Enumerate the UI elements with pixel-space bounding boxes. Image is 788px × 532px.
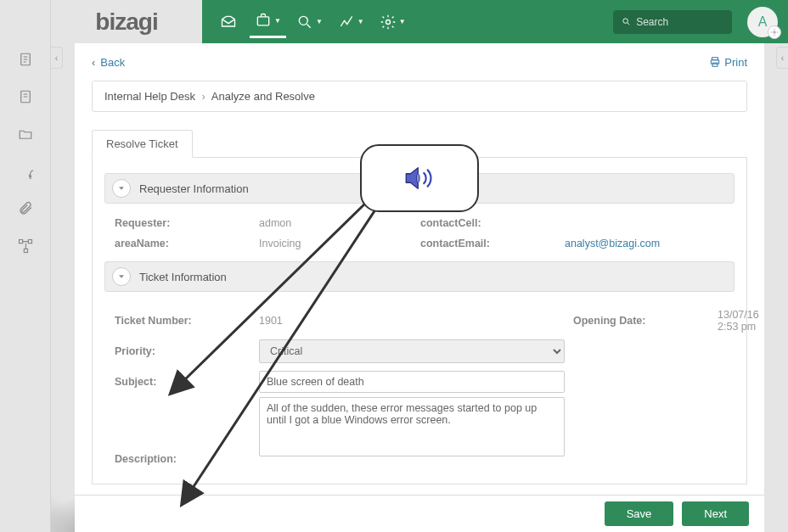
work-area: ‹ Back Print Internal Help Desk › Analyz… xyxy=(75,43,764,518)
svg-rect-5 xyxy=(257,17,268,25)
subheader: ‹ Back Print xyxy=(75,43,764,81)
rail-collapse-right[interactable]: ‹ xyxy=(776,47,788,69)
chevron-left-icon: ‹ xyxy=(92,56,95,69)
next-button[interactable]: Next xyxy=(682,501,749,526)
tab-label: Resolve Ticket xyxy=(106,137,178,150)
search-icon xyxy=(622,16,631,27)
attachment-icon[interactable] xyxy=(17,200,34,217)
doc-icon[interactable] xyxy=(17,51,34,68)
svg-point-7 xyxy=(386,20,390,24)
avatar-initial: A xyxy=(758,14,768,30)
ticketnumber-value: 1901 xyxy=(259,315,565,327)
footer: Save Next xyxy=(75,495,764,532)
analytics-button[interactable]: ▼ xyxy=(333,6,369,38)
requester-fields: Requester: admon contactCell: areaName: … xyxy=(104,214,735,261)
left-rail xyxy=(0,0,51,532)
contactcell-label: contactCell: xyxy=(420,217,556,229)
print-link[interactable]: Print xyxy=(709,56,747,69)
section-ticket-header[interactable]: Ticket Information xyxy=(104,261,735,292)
greenbar: ▼ ▼ ▼ ▼ A xyxy=(202,0,788,43)
requester-label: Requester: xyxy=(115,217,250,229)
svg-rect-12 xyxy=(712,63,718,66)
print-icon xyxy=(709,56,721,68)
requester-value: admon xyxy=(259,217,412,229)
logo: bizagi xyxy=(51,0,202,43)
speaker-icon xyxy=(402,160,437,196)
chevron-down-icon: ▼ xyxy=(357,18,364,25)
section-requester-title: Requester Information xyxy=(139,182,249,195)
chevron-down-icon: ▼ xyxy=(274,17,281,25)
svg-rect-3 xyxy=(28,240,31,244)
back-label: Back xyxy=(100,56,125,69)
subject-label: Subject: xyxy=(115,376,250,388)
chevron-down-icon: ▼ xyxy=(316,18,323,25)
breadcrumb-sep: › xyxy=(199,90,209,103)
ticketnumber-label: Ticket Number: xyxy=(115,315,250,327)
rail-collapse-left[interactable]: ‹ xyxy=(51,47,63,69)
chevron-down-icon: ▼ xyxy=(399,18,406,25)
search-menu-button[interactable]: ▼ xyxy=(291,6,328,38)
settings-button[interactable]: ▼ xyxy=(374,6,411,38)
workflow-icon[interactable] xyxy=(17,238,34,255)
subject-input[interactable] xyxy=(259,371,565,393)
breadcrumb-root[interactable]: Internal Help Desk xyxy=(104,90,195,103)
breadcrumb: Internal Help Desk › Analyze and Resolve xyxy=(92,81,747,112)
search-input[interactable] xyxy=(636,16,723,28)
svg-point-9 xyxy=(774,31,776,33)
back-link[interactable]: ‹ Back xyxy=(92,56,125,69)
openingdate-label: Opening Date: xyxy=(573,315,709,327)
avatar-settings-icon[interactable] xyxy=(768,25,781,39)
area-value: Invoicing xyxy=(259,238,412,249)
breadcrumb-current: Analyze and Resolve xyxy=(211,90,315,103)
collapse-toggle-icon[interactable] xyxy=(112,179,131,198)
svg-rect-2 xyxy=(19,240,22,244)
svg-point-13 xyxy=(416,174,419,183)
search-box[interactable] xyxy=(613,10,732,34)
save-button[interactable]: Save xyxy=(605,501,674,526)
contactemail-value[interactable]: analyst@bizagi.com xyxy=(565,238,724,249)
priority-select[interactable]: Critical xyxy=(259,339,565,363)
speaker-callout xyxy=(360,144,479,212)
contactemail-label: contactEmail: xyxy=(420,238,556,249)
description-textarea[interactable]: All of the sudden, these error messages … xyxy=(259,397,565,456)
openingdate-value: 13/07/16 2:53 pm xyxy=(718,309,759,333)
collapse-toggle-icon[interactable] xyxy=(112,267,131,286)
logo-text: bizagi xyxy=(95,8,157,36)
top-header: bizagi ▼ ▼ ▼ ▼ A xyxy=(51,0,788,43)
folder-icon[interactable] xyxy=(17,126,34,143)
svg-point-8 xyxy=(623,19,628,24)
svg-point-6 xyxy=(299,16,307,25)
print-label: Print xyxy=(724,56,747,69)
avatar[interactable]: A xyxy=(747,7,778,37)
ticket-fields: Ticket Number: 1901 Opening Date: 13/07/… xyxy=(104,302,735,468)
tab-resolve-ticket[interactable]: Resolve Ticket xyxy=(92,130,193,158)
area-label: areaName: xyxy=(115,238,250,249)
section-ticket-title: Ticket Information xyxy=(139,271,227,283)
description-label: Description: xyxy=(115,453,250,465)
priority-label: Priority: xyxy=(115,345,250,357)
page-icon[interactable] xyxy=(17,88,34,105)
case-button[interactable]: ▼ xyxy=(250,6,286,38)
chat-icon[interactable] xyxy=(17,163,34,180)
inbox-button[interactable] xyxy=(212,6,245,38)
svg-rect-4 xyxy=(24,249,27,252)
